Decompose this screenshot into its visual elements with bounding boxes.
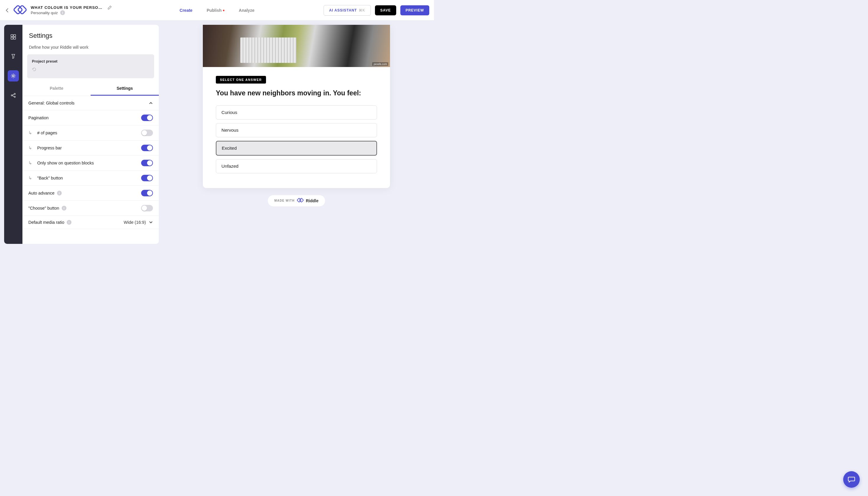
reset-icon[interactable] xyxy=(32,67,150,72)
riddle-logo-icon[interactable] xyxy=(13,5,27,16)
ai-assistant-button[interactable]: AI ASSISTANT⌘K xyxy=(324,5,371,16)
sub-arrow-icon: ↳ xyxy=(28,176,32,181)
svg-point-9 xyxy=(14,96,15,97)
image-credit: pexels.com xyxy=(372,62,388,66)
preview-image: pexels.com xyxy=(203,25,390,67)
tab-create[interactable]: Create xyxy=(180,8,192,13)
sidebar-rail xyxy=(4,25,22,244)
toggle-auto-advance[interactable] xyxy=(141,190,153,196)
preset-label: Project preset xyxy=(32,59,150,63)
toggle-back-button[interactable] xyxy=(141,175,153,181)
row-back-button: ↳"Back" button xyxy=(22,171,159,186)
info-icon[interactable]: i xyxy=(67,220,72,225)
tab-analyze[interactable]: Analyze xyxy=(239,8,254,13)
answer-type-badge: SELECT ONE ANSWER xyxy=(216,76,266,83)
edit-title-icon[interactable] xyxy=(107,5,112,10)
settings-panel: Settings Define how your Riddle will wor… xyxy=(22,25,159,244)
tab-settings[interactable]: Settings xyxy=(91,81,159,96)
save-button[interactable]: SAVE xyxy=(375,5,396,15)
answer-option[interactable]: Excited xyxy=(216,141,377,156)
preview-area: pexels.com SELECT ONE ANSWER You have ne… xyxy=(159,25,434,244)
svg-point-6 xyxy=(12,75,14,77)
riddle-logo-icon xyxy=(297,198,304,203)
row-choose-button: "Choose" buttoni xyxy=(22,201,159,216)
select-media-ratio[interactable]: Wide (16:9) xyxy=(124,220,153,225)
tab-publish[interactable]: Publish• xyxy=(207,8,225,13)
settings-icon[interactable] xyxy=(8,70,19,81)
section-general[interactable]: General: Global controls xyxy=(22,96,159,110)
svg-point-8 xyxy=(14,93,15,94)
project-title: WHAT COLOUR IS YOUR PERSONA… xyxy=(31,5,105,10)
toggle-choose-button[interactable] xyxy=(141,205,153,212)
sub-arrow-icon: ↳ xyxy=(28,160,32,165)
row-progress-bar: ↳Progress bar xyxy=(22,141,159,156)
project-type: Personality quiz xyxy=(31,11,58,15)
project-preset-box[interactable]: Project preset xyxy=(27,54,154,78)
preview-button[interactable]: PREVIEW xyxy=(400,5,429,15)
answer-option[interactable]: Curious xyxy=(216,105,377,120)
back-button[interactable] xyxy=(5,7,10,14)
chevron-down-icon xyxy=(149,220,153,224)
made-with-badge[interactable]: MADE WITH Riddle xyxy=(268,195,325,206)
toggle-pagination[interactable] xyxy=(141,114,153,121)
unpublished-dot-icon: • xyxy=(222,9,224,12)
svg-point-7 xyxy=(11,95,12,96)
sub-arrow-icon: ↳ xyxy=(28,145,32,150)
row-pagination: Pagination xyxy=(22,110,159,125)
toggle-progress-bar[interactable] xyxy=(141,145,153,151)
answer-option[interactable]: Nervous xyxy=(216,123,377,137)
svg-rect-5 xyxy=(14,37,16,39)
info-icon[interactable]: i xyxy=(60,10,65,15)
question-text: You have new neighbors moving in. You fe… xyxy=(216,89,377,98)
row-auto-advance: Auto advancei xyxy=(22,186,159,201)
blocks-icon[interactable] xyxy=(8,31,19,43)
chevron-up-icon xyxy=(149,101,153,105)
share-icon[interactable] xyxy=(8,90,19,101)
tab-palette[interactable]: Palette xyxy=(22,81,91,96)
preview-card: pexels.com SELECT ONE ANSWER You have ne… xyxy=(203,25,390,188)
svg-rect-3 xyxy=(14,34,16,36)
row-num-pages: ↳# of pages xyxy=(22,125,159,141)
toggle-only-question[interactable] xyxy=(141,160,153,166)
panel-title: Settings xyxy=(29,32,152,40)
info-icon[interactable]: i xyxy=(62,206,66,211)
row-only-question: ↳Only show on question blocks xyxy=(22,156,159,171)
design-icon[interactable] xyxy=(8,51,19,62)
toggle-num-pages[interactable] xyxy=(141,129,153,136)
info-icon[interactable]: i xyxy=(57,191,62,196)
svg-rect-4 xyxy=(11,37,13,39)
sub-arrow-icon: ↳ xyxy=(28,130,32,135)
svg-rect-2 xyxy=(11,34,13,36)
row-default-ratio: Default media ratioi Wide (16:9) xyxy=(22,216,159,229)
panel-description: Define how your Riddle will work xyxy=(22,43,159,54)
answer-option[interactable]: Unfazed xyxy=(216,159,377,173)
